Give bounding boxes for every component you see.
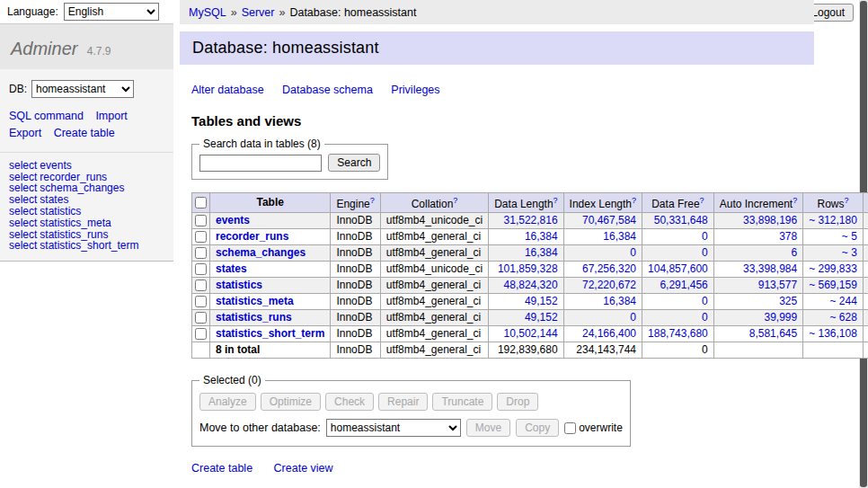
row-checkbox[interactable] — [195, 279, 207, 291]
data-length-link[interactable]: 49,152 — [525, 311, 558, 324]
auto-increment-link[interactable]: 913,577 — [758, 279, 797, 291]
data-free-link[interactable]: 0 — [702, 295, 708, 307]
data-length-link[interactable]: 101,859,328 — [498, 262, 558, 275]
auto-increment-link[interactable]: 6 — [791, 246, 797, 259]
breadcrumb-link-server[interactable]: Server — [242, 6, 275, 19]
sidebar-link-import[interactable]: Import — [95, 110, 127, 122]
move-button[interactable]: Move — [466, 419, 510, 437]
rows-link[interactable]: ~ 5 — [842, 230, 857, 243]
data-free-link[interactable]: 104,857,600 — [648, 262, 708, 275]
index-length-link[interactable]: 24,166,400 — [582, 327, 636, 340]
row-checkbox[interactable] — [195, 263, 207, 275]
rows-link[interactable]: ~ 3 — [842, 246, 857, 259]
create-view-link[interactable]: Create view — [274, 462, 333, 475]
alter-database-link[interactable]: Alter database — [191, 84, 264, 96]
rows-link[interactable]: ~ 628 — [830, 311, 857, 324]
data-length-link[interactable]: 16,384 — [525, 246, 558, 259]
index-length-link[interactable]: 72,220,672 — [582, 279, 636, 291]
row-checkbox[interactable] — [195, 328, 207, 340]
database-schema-link[interactable]: Database schema — [282, 84, 373, 96]
data-length-link[interactable]: 49,152 — [525, 295, 558, 307]
data-free-link[interactable]: 0 — [702, 246, 708, 259]
breadcrumb-link-mysql[interactable]: MySQL — [189, 6, 226, 19]
check-all-checkbox[interactable] — [195, 197, 207, 209]
data-length-link[interactable]: 48,824,320 — [504, 279, 558, 291]
search-button[interactable]: Search — [328, 154, 380, 172]
privileges-link[interactable]: Privileges — [391, 84, 439, 96]
data-free-link[interactable]: 6,291,456 — [660, 279, 707, 291]
data-free-link[interactable]: 50,331,648 — [654, 214, 708, 226]
db-select[interactable]: homeassistant — [31, 80, 134, 98]
copy-button[interactable]: Copy — [516, 419, 559, 437]
index-length-link[interactable]: 16,384 — [603, 295, 636, 307]
help-link[interactable]: ? — [793, 196, 797, 205]
check-button[interactable]: Check — [325, 393, 374, 411]
row-checkbox[interactable] — [195, 231, 207, 243]
select-data-link[interactable]: select — [9, 217, 37, 229]
row-checkbox[interactable] — [195, 312, 207, 324]
table-structure-link[interactable]: statistics — [40, 205, 81, 217]
table-name-link[interactable]: events — [216, 214, 250, 226]
data-length-link[interactable]: 31,522,816 — [504, 214, 558, 226]
drop-button[interactable]: Drop — [497, 393, 538, 411]
table-structure-link[interactable]: statistics_short_term — [40, 239, 138, 252]
index-length-link[interactable]: 70,467,584 — [582, 214, 636, 226]
help-link[interactable]: ? — [845, 196, 849, 205]
table-structure-link[interactable]: statistics_meta — [40, 217, 111, 229]
index-length-link[interactable]: 0 — [630, 246, 636, 259]
help-link[interactable]: ? — [370, 196, 375, 205]
index-length-link[interactable]: 16,384 — [603, 230, 636, 243]
table-structure-link[interactable]: events — [40, 159, 71, 172]
table-name-link[interactable]: schema_changes — [216, 246, 306, 259]
move-db-select[interactable]: homeassistant — [326, 419, 461, 437]
index-length-link[interactable]: 0 — [630, 311, 636, 324]
sidebar-link-export[interactable]: Export — [9, 127, 41, 139]
truncate-button[interactable]: Truncate — [432, 393, 492, 411]
row-checkbox[interactable] — [195, 247, 207, 259]
row-checkbox[interactable] — [195, 215, 207, 226]
overwrite-checkbox[interactable] — [564, 422, 576, 434]
rows-link[interactable]: ~ 299,833 — [809, 262, 857, 275]
auto-increment-link[interactable]: 33,898,196 — [743, 214, 797, 226]
row-checkbox[interactable] — [195, 296, 207, 307]
auto-increment-link[interactable]: 39,999 — [764, 311, 797, 324]
sidebar-link-create-table[interactable]: Create table — [54, 127, 115, 139]
help-link[interactable]: ? — [700, 196, 704, 205]
data-free-link[interactable]: 0 — [702, 230, 708, 243]
optimize-button[interactable]: Optimize — [261, 393, 321, 411]
help-link[interactable]: ? — [453, 196, 457, 205]
table-name-link[interactable]: statistics_short_term — [216, 327, 324, 340]
collation-cell: utf8mb4_general_ci — [380, 326, 488, 342]
rows-link[interactable]: ~ 569,159 — [809, 279, 857, 291]
data-length-link[interactable]: 16,384 — [525, 230, 558, 243]
auto-increment-link[interactable]: 8,581,645 — [749, 327, 797, 340]
language-select[interactable]: English — [64, 3, 159, 21]
table-name-link[interactable]: recorder_runs — [216, 230, 288, 243]
repair-button[interactable]: Repair — [378, 393, 428, 411]
index-length-link[interactable]: 67,256,320 — [582, 262, 636, 275]
tables-and-views-heading: Tables and views — [191, 113, 814, 129]
data-length-link[interactable]: 10,502,144 — [504, 327, 558, 340]
data-free-link[interactable]: 0 — [702, 311, 708, 324]
auto-increment-link[interactable]: 33,398,984 — [743, 262, 797, 275]
search-input[interactable] — [199, 155, 322, 172]
analyze-button[interactable]: Analyze — [199, 393, 256, 411]
sidebar-link-sql-command[interactable]: SQL command — [9, 110, 84, 122]
help-link[interactable]: ? — [554, 196, 558, 205]
data-free-link[interactable]: 188,743,680 — [648, 327, 708, 340]
select-data-link[interactable]: select — [9, 239, 37, 252]
help-link[interactable]: ? — [632, 196, 636, 205]
create-table-link[interactable]: Create table — [191, 462, 252, 475]
auto-increment-link[interactable]: 325 — [779, 295, 797, 307]
rows-link[interactable]: ~ 244 — [830, 295, 857, 307]
table-name-link[interactable]: statistics_runs — [216, 311, 292, 324]
auto-increment-link[interactable]: 378 — [779, 230, 797, 243]
rows-link[interactable]: ~ 312,180 — [809, 214, 857, 226]
table-name-link[interactable]: statistics — [216, 279, 262, 291]
select-data-link[interactable]: select — [9, 205, 37, 217]
rows-link[interactable]: ~ 136,108 — [809, 327, 857, 340]
engine-cell: InnoDB — [331, 262, 380, 278]
select-data-link[interactable]: select — [9, 159, 37, 172]
table-name-link[interactable]: states — [216, 262, 247, 275]
table-name-link[interactable]: statistics_meta — [216, 295, 294, 307]
